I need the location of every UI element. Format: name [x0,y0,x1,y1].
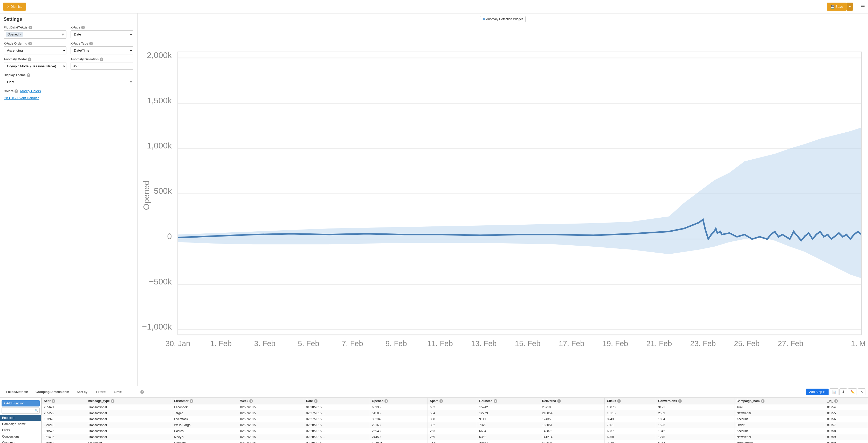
col-info-icon[interactable]: ℹ [190,399,193,403]
plot-data-group: Plot Data/Y-Axis ? Opened × ▾ [4,26,66,39]
limit-info-icon[interactable]: ? [141,390,144,394]
data-toolbar: Fields/Metrics: Grouping/Dimensions: Sor… [0,386,868,398]
dismiss-button[interactable]: ✕ Dismiss [3,3,26,11]
anomaly-model-info-icon[interactable]: ? [28,58,31,61]
plot-data-info-icon[interactable]: ? [29,26,32,29]
close-icon-button[interactable]: ✕ [858,388,865,395]
display-theme-select[interactable]: Light [4,78,133,86]
colors-label: Colors ? [4,90,18,93]
table-area: + Add Function 🔍 BouncedCampaign_nameCli… [0,398,868,443]
col-info-icon[interactable]: ℹ [111,399,115,403]
anomaly-model-select[interactable]: Olympic Model (Seasonal Naive) [4,62,66,70]
hamburger-icon[interactable]: ☰ [861,4,865,9]
plot-xaxis-row: Plot Data/Y-Axis ? Opened × ▾ X-Axis ? [4,26,133,39]
col-info-icon[interactable]: ℹ [52,399,55,403]
grouping-label: Grouping/Dimensions: [35,390,69,394]
colors-info-icon[interactable]: ? [14,90,18,93]
svg-text:15. Feb: 15. Feb [515,339,540,348]
col-info-icon[interactable]: ℹ [494,399,497,403]
col-info-icon[interactable]: ℹ [761,399,765,403]
fields-metrics-section: Fields/Metrics: [3,388,32,396]
filters-label: Filters: [96,390,106,394]
add-function-button[interactable]: + Add Function [2,400,40,406]
sort-by-label: Sort by: [76,390,88,394]
anomaly-deviation-input[interactable] [70,62,133,70]
display-theme-info-icon[interactable]: ? [27,73,30,77]
display-theme-group: Display Theme ? Light [4,73,133,86]
on-click-handler-link[interactable]: On Click Event Handler [4,96,133,100]
field-item-customer[interactable]: Customer [0,440,41,443]
col-header-date: Dateℹ [304,398,370,404]
svg-text:30. Jan: 30. Jan [165,339,190,348]
svg-text:23. Feb: 23. Feb [690,339,716,348]
svg-text:5. Feb: 5. Feb [298,339,319,348]
search-field-input[interactable] [2,408,40,414]
add-step-button[interactable]: Add Step ⊕ [806,388,829,395]
data-table-wrap[interactable]: Sentℹmessage_typeℹCustomerℹWeekℹDateℹOpe… [41,398,868,443]
svg-text:1. Mar: 1. Mar [851,339,865,348]
colors-row: Colors ? Modify Colors [4,89,133,93]
chart-icon-button[interactable]: 📊 [830,388,838,395]
field-item-bounced[interactable]: Bounced [0,415,41,421]
settings-title: Settings [4,16,133,22]
data-table: Sentℹmessage_typeℹCustomerℹWeekℹDateℹOpe… [41,398,868,443]
svg-text:13. Feb: 13. Feb [471,339,497,348]
xaxis-info-icon[interactable]: ? [81,26,85,29]
download-icon-button[interactable]: ⬇ [839,388,847,395]
search-icon: 🔍 [34,409,38,412]
col-info-icon[interactable]: ℹ [249,399,253,403]
plot-data-select[interactable]: Opened × ▾ [4,30,66,39]
on-click-handler-wrap: On Click Event Handler [4,96,133,100]
xaxis-ordering-info-icon[interactable]: ? [28,42,32,45]
xaxis-ordering-select[interactable]: Ascending [4,46,66,55]
col-info-icon[interactable]: ℹ [834,399,838,403]
anomaly-row: Anomaly Model ? Olympic Model (Seasonal … [4,58,133,70]
col-info-icon[interactable]: ℹ [384,399,388,403]
anomaly-deviation-info-icon[interactable]: ? [100,58,103,61]
display-theme-label: Display Theme ? [4,73,133,77]
table-row: 179213TransactionalWells Fargo02/27/2015… [42,422,868,428]
edit-icon-button[interactable]: ✏️ [848,388,857,395]
svg-text:17. Feb: 17. Feb [559,339,585,348]
modify-colors-link[interactable]: Modify Colors [20,89,41,93]
main-layout: Settings Plot Data/Y-Axis ? Opened × ▾ X… [0,13,868,386]
plot-data-tag: Opened × [6,32,23,37]
xaxis-select[interactable]: Date [70,30,133,38]
xaxis-type-info-icon[interactable]: ? [89,42,93,45]
table-row: 158575TransactionalCostco02/27/2015 ...0… [42,428,868,434]
search-field-wrap: 🔍 [2,408,40,414]
col-info-icon[interactable]: ℹ [557,399,561,403]
field-item-conversions[interactable]: Conversions [0,434,41,440]
table-row: 183928TransactionalOverstock02/27/2015 .… [42,416,868,422]
anomaly-model-label: Anomaly Model ? [4,58,66,61]
col-header-conversions: Conversionsℹ [656,398,734,404]
col-info-icon[interactable]: ℹ [678,399,682,403]
top-toolbar: ✕ Dismiss 💾 Save ▾ ☰ [0,0,868,13]
ordering-type-row: X-Axis Ordering ? Ascending X-Axis Type … [4,42,133,55]
col-header-message_type: message_typeℹ [86,398,172,404]
xaxis-type-label: X-Axis Type ? [70,42,133,45]
settings-panel: Settings Plot Data/Y-Axis ? Opened × ▾ X… [0,13,137,386]
anomaly-deviation-group: Anomaly Deviation ? [70,58,133,70]
plot-data-tag-remove[interactable]: × [20,33,21,36]
plot-data-dropdown-icon[interactable]: ▾ [62,32,64,37]
col-header-bounced: Bouncedℹ [477,398,540,404]
field-item-clicks[interactable]: Clicks [0,427,41,434]
svg-text:1,500k: 1,500k [147,96,172,105]
col-info-icon[interactable]: ℹ [439,399,443,403]
fields-metrics-label: Fields/Metrics: [6,390,28,394]
col-header-week: Weekℹ [238,398,304,404]
svg-text:0: 0 [167,232,172,241]
limit-input[interactable] [124,389,139,395]
col-header-customer: Customerℹ [172,398,238,404]
col-header-campaign_nam: Campaign_namℹ [735,398,825,404]
save-dropdown-button[interactable]: ▾ [847,3,853,11]
col-info-icon[interactable]: ℹ [617,399,621,403]
svg-text:3. Feb: 3. Feb [254,339,276,348]
col-info-icon[interactable]: ℹ [314,399,317,403]
save-group: 💾 Save ▾ [827,3,853,11]
save-button[interactable]: 💾 Save [827,3,847,11]
xaxis-type-select[interactable]: Date/Time [70,46,133,55]
field-item-campaign_name[interactable]: Campaign_name [0,421,41,427]
svg-text:2,000k: 2,000k [147,50,172,60]
